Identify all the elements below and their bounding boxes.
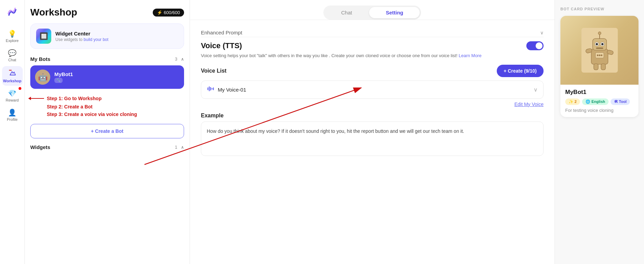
voice-wave-icon — [207, 85, 214, 94]
sidebar-item-reward[interactable]: 💎 Reward — [2, 87, 23, 105]
svg-rect-5 — [210, 87, 211, 91]
workshop-icon — [9, 69, 16, 77]
my-bots-chevron[interactable]: ∧ — [181, 57, 184, 62]
enhanced-prompt-label: Enhanced Prompt — [201, 30, 242, 35]
step1-arrow — [30, 98, 44, 99]
widgets-chevron[interactable]: ∧ — [181, 145, 184, 150]
voice-tts-desc: Voice setting helps your bot "talk" with… — [201, 52, 544, 59]
bot-preview-card: MyBot1 ✨ 2 🌐 English 🛠 Tool For testing … — [560, 16, 638, 117]
svg-rect-21 — [601, 64, 605, 70]
voice-tts-section: Voice (TTS) Voice setting helps your bot… — [201, 41, 544, 156]
sidebar-item-chat[interactable]: 💬 Chat — [2, 47, 23, 65]
reward-label: Reward — [6, 98, 19, 102]
example-label: Example — [201, 113, 544, 119]
tab-chat[interactable]: Chat — [325, 7, 369, 18]
bot-preview-tags: ✨ 2 🌐 English 🛠 Tool — [565, 98, 634, 105]
sidebar-item-explore[interactable]: 💡 Explore — [2, 28, 23, 45]
widgets-header: Widgets 1 ∧ — [30, 144, 184, 150]
main-content: Chat Setting Enhanced Prompt ∨ Voice (TT… — [190, 0, 555, 264]
energy-value: 600/600 — [164, 10, 180, 15]
bot-item-mybot1[interactable]: 🤖 MyBot1 🔧 — [30, 65, 184, 89]
bot-info: MyBot1 🔧 — [54, 71, 73, 83]
svg-point-24 — [599, 54, 600, 56]
bot-tags: 🔧 — [54, 78, 73, 83]
settings-panel: Enhanced Prompt ∨ Voice (TTS) Voice sett… — [190, 20, 555, 264]
bot-preview-name: MyBot1 — [565, 89, 634, 96]
tag-tool: 🛠 Tool — [611, 98, 630, 105]
sidebar-item-profile[interactable]: 👤 Profile — [2, 106, 23, 124]
sidebar-title: Workshop — [30, 7, 77, 18]
learn-more-link[interactable]: Learn More — [459, 53, 481, 58]
create-voice-button[interactable]: + Create (9/10) — [497, 65, 544, 77]
energy-badge: ⚡ 600/600 — [153, 9, 184, 17]
widgets-section: Widgets 1 ∧ — [30, 144, 184, 154]
edit-my-voice-link[interactable]: Edit My Voice — [201, 102, 544, 107]
sidebar-item-workshop[interactable]: Workshop — [2, 66, 23, 86]
my-bots-count: 3 — [175, 56, 177, 62]
enhanced-prompt-chevron: ∨ — [540, 30, 544, 35]
svg-rect-4 — [209, 86, 210, 91]
my-bots-title: My Bots — [30, 56, 50, 62]
widget-center-card[interactable]: 🔲 Widget Center Use widgets to build you… — [30, 23, 184, 49]
widget-center-info: Widget Center Use widgets to build your … — [55, 31, 108, 42]
tag-star: ✨ 2 — [565, 98, 580, 105]
explore-label: Explore — [6, 39, 19, 43]
voice-tts-toggle[interactable] — [526, 41, 544, 50]
voice-item-chevron: ∨ — [534, 86, 538, 93]
create-bot-button[interactable]: + Create a Bot — [30, 124, 184, 138]
logo — [6, 6, 19, 21]
tab-container: Chat Setting — [323, 6, 421, 20]
my-bots-header: My Bots 3 ∧ — [30, 56, 184, 62]
tag-lang: 🌐 English — [582, 98, 609, 105]
chat-icon: 💬 — [8, 50, 17, 56]
svg-text:🤖: 🤖 — [38, 73, 48, 82]
svg-rect-6 — [212, 88, 213, 89]
svg-point-17 — [598, 32, 601, 34]
bot-card-preview: BOT CARD PREVIEW — [555, 0, 644, 264]
step1-label: Step 1: Go to Workshop — [47, 96, 101, 101]
voice-name-1: My Voice-01 — [218, 87, 246, 93]
svg-rect-7 — [213, 87, 214, 90]
profile-label: Profile — [7, 117, 18, 122]
voice-tts-header: Voice (TTS) — [201, 41, 544, 50]
sidebar: Workshop ⚡ 600/600 🔲 Widget Center Use w… — [25, 0, 190, 264]
workshop-label: Workshop — [3, 79, 22, 83]
bot-preview-desc: For testing voice cloning — [565, 108, 634, 113]
svg-point-12 — [595, 43, 598, 45]
tab-setting[interactable]: Setting — [369, 7, 420, 18]
profile-icon: 👤 — [8, 109, 17, 116]
energy-icon: ⚡ — [157, 10, 162, 15]
bot-name: MyBot1 — [54, 71, 73, 77]
bot-preview-image — [560, 16, 638, 85]
example-section: Example How do you think about my voice?… — [201, 113, 544, 156]
voice-item-1[interactable]: My Voice-01 ∨ — [201, 81, 544, 99]
reward-icon: 💎 — [8, 90, 17, 97]
sidebar-header: Workshop ⚡ 600/600 — [30, 7, 184, 18]
step-annotations: Step 1: Go to Workshop Step 2: Create a … — [30, 94, 184, 118]
voice-list-label: Voice List — [201, 68, 226, 74]
example-text: How do you think about my voice? If it d… — [201, 122, 544, 156]
voice-tts-title: Voice (TTS) — [201, 41, 242, 50]
svg-point-14 — [601, 43, 603, 45]
widgets-title: Widgets — [30, 144, 50, 150]
enhanced-prompt-row[interactable]: Enhanced Prompt ∨ — [201, 27, 544, 37]
reward-badge — [19, 87, 21, 90]
svg-rect-20 — [593, 64, 598, 70]
svg-rect-15 — [596, 47, 603, 49]
step2-label: Step 2: Create a Bot — [47, 104, 184, 109]
voice-list-row: Voice List + Create (9/10) — [201, 65, 544, 77]
explore-icon: 💡 — [8, 30, 17, 37]
svg-rect-3 — [207, 87, 208, 90]
nav-rail: 💡 Explore 💬 Chat Workshop 💎 Reward 👤 Pro… — [0, 0, 25, 264]
widget-center-desc: Use widgets to build your bot — [55, 37, 108, 42]
widgets-count: 1 — [175, 145, 177, 150]
svg-point-23 — [597, 54, 598, 56]
tab-bar: Chat Setting — [190, 0, 555, 20]
bot-preview-info: MyBot1 ✨ 2 🌐 English 🛠 Tool For testing … — [560, 85, 638, 117]
step3-label: Step 3: Create a voice via voice cloning — [47, 112, 184, 117]
bot-avatar: 🤖 — [35, 70, 50, 85]
widget-center-title: Widget Center — [55, 31, 108, 36]
chat-label: Chat — [8, 58, 16, 62]
step1-line: Step 1: Go to Workshop — [30, 96, 184, 101]
widget-center-icon: 🔲 — [36, 29, 51, 44]
